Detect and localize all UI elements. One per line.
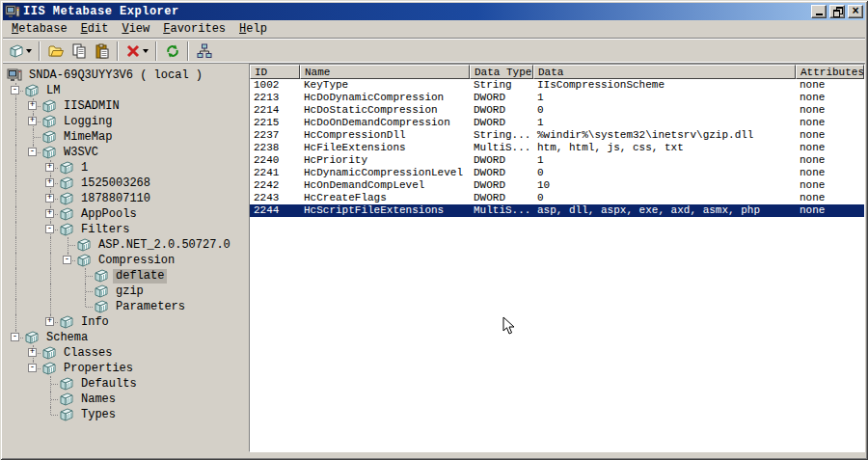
tree-guide: [7, 191, 24, 206]
tree-expander-minus[interactable]: -: [45, 225, 54, 233]
table-row-2238[interactable]: 2238HcFileExtensionsMultiS...htm, html, …: [250, 142, 864, 154]
tree-expander-plus[interactable]: +: [45, 209, 54, 218]
metabase-node-icon: [59, 176, 78, 190]
tree-expander-minus[interactable]: -: [11, 333, 19, 341]
tree-connector: +: [24, 114, 41, 129]
tree-item-types[interactable]: Types: [7, 407, 246, 422]
table-row-1002[interactable]: 1002KeyTypeStringIIsCompressionSchemenon…: [250, 79, 864, 92]
tree-expander-minus[interactable]: -: [28, 364, 37, 372]
tree-item-gzip[interactable]: gzip: [7, 284, 246, 299]
metabase-node-icon: [76, 254, 95, 267]
column-header-name[interactable]: Name: [300, 65, 470, 79]
close-button[interactable]: [848, 5, 863, 18]
list-body: 1002KeyTypeStringIIsCompressionSchemenon…: [250, 79, 864, 451]
metabase-node-icon: [41, 99, 61, 113]
tree-expander-plus[interactable]: +: [45, 178, 54, 187]
tree-expander-minus[interactable]: -: [63, 256, 71, 264]
table-row-2240[interactable]: 2240HcPriorityDWORD1none: [250, 154, 864, 167]
cell-data-type: DWORD: [470, 192, 533, 204]
tree-item-asp-net-2-0-50727-0[interactable]: ASP.NET_2.0.50727.0: [7, 237, 246, 253]
tree-item-logging[interactable]: +Logging: [7, 114, 246, 129]
tree-item-info[interactable]: +Info: [7, 314, 246, 330]
menu-item-help[interactable]: Help: [232, 21, 274, 37]
cell-id: 2213: [250, 92, 300, 104]
tree-item-parameters[interactable]: Parameters: [7, 299, 246, 314]
tree-item-mimemap[interactable]: MimeMap: [7, 129, 246, 145]
cell-id: 2242: [250, 179, 300, 192]
table-row-2237[interactable]: 2237HcCompressionDllString...%windir%\sy…: [250, 129, 864, 142]
tree-item-names[interactable]: Names: [7, 392, 246, 407]
menu-item-favorites[interactable]: Favorites: [156, 21, 232, 37]
refresh-icon: [165, 43, 180, 59]
tree-item-apppools[interactable]: +AppPools: [7, 206, 246, 222]
paste-button[interactable]: [91, 41, 113, 62]
new-item-icon: [9, 44, 24, 58]
tree-guide: [24, 268, 41, 284]
tree-guide: [24, 191, 41, 206]
restore-button[interactable]: [829, 5, 845, 18]
tree-expander-minus[interactable]: -: [11, 86, 19, 95]
column-header-data-type[interactable]: Data Type: [470, 65, 533, 79]
cell-data: 10: [533, 179, 796, 192]
tree-item-filters[interactable]: -Filters: [7, 222, 246, 237]
tree-item-iisadmin[interactable]: +IISADMIN: [7, 98, 246, 114]
new-item-button[interactable]: [6, 41, 35, 62]
tree-connector: [41, 392, 59, 407]
tree-item-lm[interactable]: -LM: [7, 83, 246, 98]
tree-connector: +: [41, 160, 59, 176]
column-header-attributes[interactable]: Attributes: [796, 65, 864, 79]
tree-guide: [7, 345, 24, 361]
table-row-2241[interactable]: 2241HcDynamicCompressionLevelDWORD0none: [250, 167, 864, 179]
delete-button[interactable]: [122, 41, 151, 62]
tree-expander-minus[interactable]: -: [28, 148, 37, 156]
tree-item-snda-69q3uyy3v6-local[interactable]: SNDA-69Q3UYY3V6 ( local ): [7, 68, 246, 83]
cell-name: HcFileExtensions: [300, 142, 470, 154]
tree-item-label: LM: [43, 84, 63, 98]
tree-expander-plus[interactable]: +: [28, 348, 37, 357]
tree-item-1[interactable]: +1: [7, 160, 246, 176]
tree-expander-plus[interactable]: +: [45, 163, 54, 172]
table-row-2215[interactable]: 2215HcDoOnDemandCompressionDWORD1none: [250, 117, 864, 129]
table-row-2243[interactable]: 2243HcCreateFlagsDWORD0none: [250, 192, 864, 204]
menu-item-metabase[interactable]: Metabase: [5, 21, 74, 37]
tree-expander-plus[interactable]: +: [45, 317, 54, 326]
table-row-2214[interactable]: 2214HcDoStaticCompressionDWORD0none: [250, 104, 864, 117]
metabase-node-icon: [41, 362, 61, 375]
tree-item-deflate[interactable]: deflate: [7, 268, 246, 284]
minimize-button[interactable]: [811, 5, 827, 18]
tree-guide: [24, 253, 41, 268]
tree-expander-plus[interactable]: +: [28, 101, 37, 110]
tree-connector: +: [41, 314, 59, 330]
refresh-button[interactable]: [161, 41, 183, 62]
cell-attributes: none: [796, 204, 864, 217]
table-row-2244[interactable]: 2244HcScriptFileExtensionsMultiS...asp, …: [250, 204, 864, 217]
menu-item-view[interactable]: View: [115, 21, 156, 37]
tree-guide: [7, 299, 24, 314]
table-row-2213[interactable]: 2213HcDoDynamicCompressionDWORD1none: [250, 92, 864, 104]
tree-item-1525003268[interactable]: +1525003268: [7, 176, 246, 191]
tree-item-w3svc[interactable]: -W3SVC: [7, 145, 246, 160]
column-header-id[interactable]: ID: [250, 65, 300, 79]
tree-item-classes[interactable]: +Classes: [7, 345, 246, 361]
tree-expander-plus[interactable]: +: [28, 117, 37, 125]
cell-name: HcOnDemandCompLevel: [300, 179, 470, 192]
cell-id: 2241: [250, 167, 300, 179]
network-button[interactable]: [193, 41, 215, 62]
tree-guide: [7, 284, 24, 299]
tree-guide: [24, 237, 41, 253]
tree-item-properties[interactable]: -Properties: [7, 361, 246, 376]
tree-item-compression[interactable]: -Compression: [7, 253, 246, 268]
tree-item-1878807110[interactable]: +1878807110: [7, 191, 246, 206]
column-header-data[interactable]: Data: [533, 65, 796, 79]
menu-item-edit[interactable]: Edit: [74, 21, 116, 37]
server-icon: [7, 68, 26, 82]
restore-icon: [833, 7, 842, 15]
tree-expander-plus[interactable]: +: [45, 194, 54, 203]
open-button[interactable]: [44, 41, 67, 62]
tree-item-schema[interactable]: -Schema: [7, 330, 246, 345]
cell-data-type: MultiS...: [470, 204, 533, 217]
cell-id: 2215: [250, 117, 300, 129]
copy-button[interactable]: [68, 41, 90, 62]
table-row-2242[interactable]: 2242HcOnDemandCompLevelDWORD10none: [250, 179, 864, 192]
tree-item-defaults[interactable]: Defaults: [7, 376, 246, 392]
